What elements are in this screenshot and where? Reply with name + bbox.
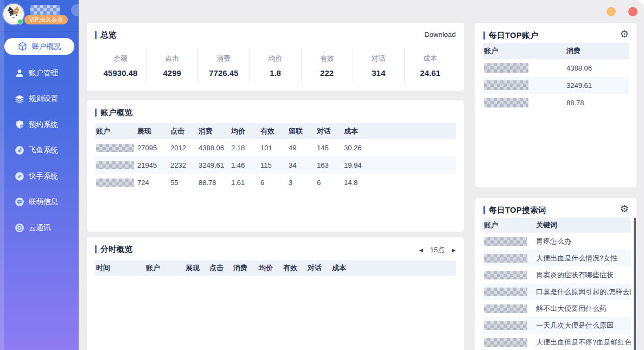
pager-prev-icon[interactable]: ◀	[419, 247, 423, 253]
sidebar-divider	[0, 31, 79, 31]
column-header: 展现	[136, 126, 169, 136]
table-cell: 724	[136, 179, 169, 187]
column-header: 有效	[282, 263, 307, 273]
table-row: 2709520124388.062.181014914530.26	[95, 139, 456, 156]
stat-label: 有效	[320, 54, 334, 63]
hourly-overview-card-title: 分时概览	[95, 244, 133, 254]
overview-card: 总览 Download 余额45930.48点击4299消费7726.45均价1…	[87, 23, 464, 91]
account-name-masked	[96, 161, 134, 169]
table-row: 3249.61	[483, 77, 629, 94]
app-window: VIP:永久会员 账户概况账户管理规则设置预约系统飞鱼系统快手系统联萌信息云通讯…	[0, 0, 644, 350]
sidebar-item-yuyue-xitong[interactable]: 预约系统	[4, 116, 74, 133]
keyword-cell: 大便出血但是不疼?血是鲜红色是	[535, 338, 631, 347]
column-header: 消费	[197, 126, 230, 136]
stat-0: 余额45930.48	[95, 48, 146, 84]
sidebar-item-label: 账户概况	[32, 42, 61, 52]
sidebar-item-feiyu-xitong[interactable]: 飞鱼系统	[4, 142, 74, 159]
gear-icon[interactable]: ⚙	[620, 28, 629, 40]
overview-title: 总览	[100, 30, 117, 40]
sidebar-item-guize-shezhi[interactable]: 规则设置	[4, 91, 74, 107]
minimize-button[interactable]	[607, 7, 616, 16]
sidebar-collapse-handle[interactable]	[71, 4, 79, 16]
table-cell: 4388.06	[197, 144, 230, 152]
sidebar-item-zhanghu-guanli[interactable]: 账户管理	[4, 65, 74, 81]
top-accounts-card-title: 每日TOP账户	[483, 30, 538, 41]
user-icon	[15, 68, 24, 78]
table-header-row: 账户消费	[483, 43, 629, 59]
table-header-row: 账户展现点击消费均价有效留联对话成本	[95, 123, 456, 139]
sidebar-item-kuaishou-xitong[interactable]: 快手系统	[4, 168, 74, 184]
column-header: 消费	[565, 46, 629, 56]
sidebar-item-label: 账户管理	[29, 68, 58, 78]
stat-label: 消费	[216, 54, 231, 63]
column-header: 关键词	[535, 220, 631, 230]
sidebar-item-zhanghu-gaikuang[interactable]: 账户概况	[4, 38, 74, 55]
scrollbar-thumb[interactable]	[634, 218, 636, 350]
top-keywords-table: 账户关键词胃疼怎么办大便出血是什么情况?女性胃窦炎的症状有哪些症状口臭是什么原因…	[483, 218, 631, 350]
account-name-masked	[484, 321, 527, 330]
table-header-row: 时间账户展现点击消费均价有效对话成本	[95, 260, 456, 276]
table-row: 7245588.781.6163614.8	[95, 174, 456, 191]
shield-icon	[15, 120, 24, 130]
account-name-masked	[96, 144, 134, 152]
column-header: 展现	[184, 263, 208, 273]
column-header: 对话	[316, 126, 343, 136]
gear-icon[interactable]: ⚙	[620, 203, 629, 214]
table-row: 胃疼怎么办	[483, 233, 631, 250]
account-name-masked	[96, 179, 134, 187]
top-accounts-card: 每日TOP账户 ⚙ 账户消费4388.063249.6188.78	[475, 23, 636, 187]
sidebar-item-label: 联萌信息	[29, 197, 58, 207]
table-cell: 2232	[169, 161, 197, 169]
stat-value: 45930.48	[104, 68, 138, 78]
top-accounts-table: 账户消费4388.063249.6188.78	[483, 43, 629, 111]
pager-next-icon[interactable]: ▶	[452, 247, 456, 253]
table-row: 2194522323249.611.461153416319.94	[95, 156, 456, 174]
table-cell: 115	[259, 161, 288, 169]
sidebar-item-label: 规则设置	[29, 94, 58, 104]
column-header: 点击	[169, 126, 197, 136]
stat-value: 1.8	[270, 68, 281, 78]
stat-label: 点击	[165, 54, 179, 63]
overview-stats: 余额45930.48点击4299消费7726.45均价1.8有效222对话314…	[95, 48, 456, 84]
chat-bubble-icon	[15, 197, 24, 207]
table-row: 胃窦炎的症状有哪些症状	[483, 266, 631, 283]
column-header: 成本	[331, 263, 356, 273]
column-header: 有效	[259, 126, 288, 136]
stat-value: 4299	[163, 68, 181, 78]
table-cell: 145	[316, 144, 343, 152]
close-button[interactable]	[628, 7, 637, 16]
table-row: 大便出血但是不疼?血是鲜红色是	[483, 334, 631, 350]
sidebar-item-label: 快手系统	[29, 171, 58, 181]
account-name-masked	[484, 98, 528, 107]
account-name-masked	[484, 254, 527, 263]
account-name-masked	[484, 338, 527, 347]
stat-1: 点击4299	[146, 48, 197, 84]
stat-value: 314	[372, 68, 385, 78]
table-cell: 34	[288, 161, 316, 169]
column-header: 消费	[232, 263, 258, 273]
title-accent-bar	[95, 245, 97, 253]
account-name-masked	[484, 288, 527, 296]
stat-label: 余额	[113, 54, 127, 63]
stat-value: 7726.45	[209, 68, 238, 78]
table-cell: 3249.61	[197, 161, 230, 169]
download-button[interactable]: Download	[424, 30, 456, 39]
sidebar-item-yuntongxun[interactable]: 云通讯	[4, 219, 74, 236]
layers-icon	[15, 94, 24, 104]
table-cell: 4388.06	[565, 64, 629, 72]
keyword-cell: 胃疼怎么办	[535, 237, 631, 246]
account-name-masked	[484, 237, 527, 246]
column-header: 点击	[208, 263, 232, 273]
sidebar-item-label: 云通讯	[29, 223, 51, 233]
hourly-overview-table: 时间账户展现点击消费均价有效对话成本	[95, 260, 456, 276]
account-overview-title: 账户概览	[100, 107, 133, 118]
top-accounts-title: 每日TOP账户	[489, 30, 538, 41]
sidebar-item-lianmeng-xinxi[interactable]: 联萌信息	[4, 194, 74, 211]
compass-icon	[15, 171, 24, 181]
table-row: 解不出大便要用什么药	[483, 300, 631, 317]
stat-value: 24.61	[420, 68, 441, 78]
table-cell: 55	[169, 179, 197, 187]
title-accent-bar	[95, 31, 97, 39]
table-cell: 2012	[169, 144, 197, 152]
top-keywords-card-title: 每日TOP搜索词	[483, 205, 546, 215]
